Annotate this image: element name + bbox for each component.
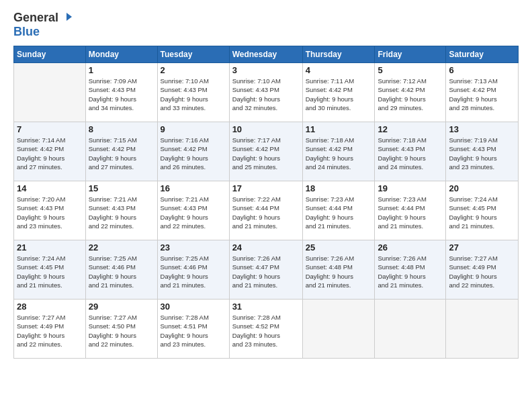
weekday-header-thursday: Thursday [302, 46, 375, 63]
day-number: 18 [306, 183, 372, 193]
calendar-cell [446, 300, 519, 359]
day-number: 28 [17, 302, 83, 312]
calendar-cell: 31Sunrise: 7:28 AM Sunset: 4:52 PM Dayli… [229, 300, 302, 359]
day-info: Sunrise: 7:23 AM Sunset: 4:44 PM Dayligh… [306, 195, 372, 230]
calendar-cell: 21Sunrise: 7:24 AM Sunset: 4:45 PM Dayli… [14, 240, 86, 300]
day-number: 21 [17, 242, 83, 253]
day-info: Sunrise: 7:26 AM Sunset: 4:47 PM Dayligh… [232, 254, 300, 289]
day-number: 16 [161, 183, 226, 193]
day-info: Sunrise: 7:10 AM Sunset: 4:43 PM Dayligh… [161, 77, 226, 112]
calendar-cell: 28Sunrise: 7:27 AM Sunset: 4:49 PM Dayli… [14, 300, 86, 359]
weekday-header-tuesday: Tuesday [157, 46, 229, 63]
day-number: 25 [306, 242, 372, 253]
day-number: 10 [232, 124, 300, 134]
day-info: Sunrise: 7:28 AM Sunset: 4:51 PM Dayligh… [161, 313, 226, 349]
calendar-cell: 12Sunrise: 7:18 AM Sunset: 4:43 PM Dayli… [375, 122, 446, 181]
day-info: Sunrise: 7:18 AM Sunset: 4:43 PM Dayligh… [378, 136, 443, 171]
day-number: 5 [378, 65, 443, 75]
day-number: 13 [449, 124, 515, 134]
calendar-cell: 26Sunrise: 7:26 AM Sunset: 4:48 PM Dayli… [375, 240, 446, 300]
logo-general: General [13, 11, 58, 25]
day-info: Sunrise: 7:26 AM Sunset: 4:48 PM Dayligh… [378, 254, 443, 289]
day-info: Sunrise: 7:26 AM Sunset: 4:48 PM Dayligh… [306, 254, 372, 289]
weekday-header-saturday: Saturday [446, 46, 519, 63]
calendar-cell: 13Sunrise: 7:19 AM Sunset: 4:43 PM Dayli… [446, 122, 519, 181]
day-number: 9 [161, 124, 226, 134]
day-number: 27 [449, 242, 515, 253]
calendar-cell: 30Sunrise: 7:28 AM Sunset: 4:51 PM Dayli… [157, 300, 229, 359]
calendar-cell: 2Sunrise: 7:10 AM Sunset: 4:43 PM Daylig… [157, 63, 229, 122]
day-number: 23 [161, 242, 226, 253]
calendar-cell: 14Sunrise: 7:20 AM Sunset: 4:43 PM Dayli… [14, 181, 86, 240]
day-info: Sunrise: 7:27 AM Sunset: 4:49 PM Dayligh… [449, 254, 515, 289]
header: General Blue [13, 11, 519, 39]
day-number: 12 [378, 124, 443, 134]
day-info: Sunrise: 7:24 AM Sunset: 4:45 PM Dayligh… [17, 254, 83, 289]
logo-blue: Blue [13, 25, 40, 38]
day-info: Sunrise: 7:13 AM Sunset: 4:42 PM Dayligh… [449, 77, 515, 112]
day-info: Sunrise: 7:24 AM Sunset: 4:45 PM Dayligh… [449, 195, 515, 230]
day-info: Sunrise: 7:10 AM Sunset: 4:43 PM Dayligh… [232, 77, 300, 112]
calendar-cell: 4Sunrise: 7:11 AM Sunset: 4:42 PM Daylig… [302, 63, 375, 122]
calendar-cell: 29Sunrise: 7:27 AM Sunset: 4:50 PM Dayli… [85, 300, 157, 359]
day-number: 20 [449, 183, 515, 193]
calendar-cell: 15Sunrise: 7:21 AM Sunset: 4:43 PM Dayli… [85, 181, 157, 240]
day-info: Sunrise: 7:25 AM Sunset: 4:46 PM Dayligh… [161, 254, 226, 289]
calendar-cell [14, 63, 86, 122]
day-number: 17 [232, 183, 300, 193]
calendar-cell: 7Sunrise: 7:14 AM Sunset: 4:42 PM Daylig… [14, 122, 86, 181]
day-info: Sunrise: 7:25 AM Sunset: 4:46 PM Dayligh… [89, 254, 154, 289]
day-info: Sunrise: 7:14 AM Sunset: 4:42 PM Dayligh… [17, 136, 83, 171]
day-number: 29 [89, 302, 154, 312]
calendar-cell: 16Sunrise: 7:21 AM Sunset: 4:43 PM Dayli… [157, 181, 229, 240]
day-number: 1 [89, 65, 154, 75]
day-info: Sunrise: 7:27 AM Sunset: 4:50 PM Dayligh… [89, 313, 154, 349]
calendar-cell [375, 300, 446, 359]
day-number: 31 [232, 302, 300, 312]
page: General Blue SundayMondayTuesdayWednesda… [0, 0, 532, 411]
calendar-cell: 19Sunrise: 7:23 AM Sunset: 4:44 PM Dayli… [375, 181, 446, 240]
calendar-cell: 24Sunrise: 7:26 AM Sunset: 4:47 PM Dayli… [229, 240, 302, 300]
logo: General Blue [13, 11, 73, 39]
day-info: Sunrise: 7:20 AM Sunset: 4:43 PM Dayligh… [17, 195, 83, 230]
calendar-cell: 17Sunrise: 7:22 AM Sunset: 4:44 PM Dayli… [229, 181, 302, 240]
calendar-cell: 18Sunrise: 7:23 AM Sunset: 4:44 PM Dayli… [302, 181, 375, 240]
logo-flag-icon [60, 11, 73, 25]
day-number: 30 [161, 302, 226, 312]
calendar-cell: 1Sunrise: 7:09 AM Sunset: 4:43 PM Daylig… [85, 63, 157, 122]
weekday-header-friday: Friday [375, 46, 446, 63]
calendar-cell: 6Sunrise: 7:13 AM Sunset: 4:42 PM Daylig… [446, 63, 519, 122]
weekday-header-row: SundayMondayTuesdayWednesdayThursdayFrid… [14, 46, 519, 63]
day-info: Sunrise: 7:18 AM Sunset: 4:42 PM Dayligh… [306, 136, 372, 171]
day-info: Sunrise: 7:17 AM Sunset: 4:42 PM Dayligh… [232, 136, 300, 171]
calendar-cell: 25Sunrise: 7:26 AM Sunset: 4:48 PM Dayli… [302, 240, 375, 300]
calendar-cell: 20Sunrise: 7:24 AM Sunset: 4:45 PM Dayli… [446, 181, 519, 240]
day-number: 19 [378, 183, 443, 193]
week-row-3: 14Sunrise: 7:20 AM Sunset: 4:43 PM Dayli… [14, 181, 519, 240]
day-info: Sunrise: 7:22 AM Sunset: 4:44 PM Dayligh… [232, 195, 300, 230]
day-info: Sunrise: 7:09 AM Sunset: 4:43 PM Dayligh… [89, 77, 154, 112]
day-number: 22 [89, 242, 154, 253]
svg-marker-0 [66, 13, 72, 21]
day-number: 4 [306, 65, 372, 75]
day-number: 7 [17, 124, 83, 134]
day-number: 8 [89, 124, 154, 134]
day-info: Sunrise: 7:27 AM Sunset: 4:49 PM Dayligh… [17, 313, 83, 349]
day-info: Sunrise: 7:12 AM Sunset: 4:42 PM Dayligh… [378, 77, 443, 112]
day-number: 15 [89, 183, 154, 193]
calendar-cell: 11Sunrise: 7:18 AM Sunset: 4:42 PM Dayli… [302, 122, 375, 181]
calendar-cell [302, 300, 375, 359]
calendar: SundayMondayTuesdayWednesdayThursdayFrid… [13, 46, 519, 359]
day-number: 26 [378, 242, 443, 253]
day-info: Sunrise: 7:21 AM Sunset: 4:43 PM Dayligh… [89, 195, 154, 230]
calendar-cell: 10Sunrise: 7:17 AM Sunset: 4:42 PM Dayli… [229, 122, 302, 181]
day-number: 24 [232, 242, 300, 253]
day-number: 11 [306, 124, 372, 134]
calendar-cell: 3Sunrise: 7:10 AM Sunset: 4:43 PM Daylig… [229, 63, 302, 122]
day-number: 14 [17, 183, 83, 193]
day-info: Sunrise: 7:28 AM Sunset: 4:52 PM Dayligh… [232, 313, 300, 349]
day-info: Sunrise: 7:19 AM Sunset: 4:43 PM Dayligh… [449, 136, 515, 171]
day-info: Sunrise: 7:15 AM Sunset: 4:42 PM Dayligh… [89, 136, 154, 171]
calendar-cell: 27Sunrise: 7:27 AM Sunset: 4:49 PM Dayli… [446, 240, 519, 300]
calendar-cell: 23Sunrise: 7:25 AM Sunset: 4:46 PM Dayli… [157, 240, 229, 300]
